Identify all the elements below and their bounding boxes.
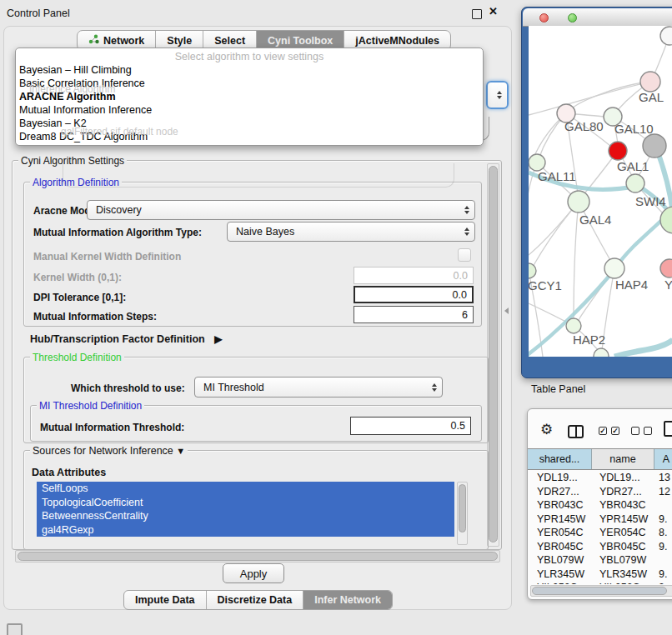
- column-header-name[interactable]: name: [592, 449, 654, 469]
- deselect-all-icon[interactable]: [644, 427, 652, 435]
- node-label: HAP4: [615, 278, 648, 292]
- node-hap2[interactable]: [566, 318, 581, 333]
- table-row[interactable]: YBR043CYBR043C: [528, 498, 672, 512]
- table-row[interactable]: YER054CYER054C8.: [528, 526, 672, 540]
- node-label: HAP2: [573, 332, 605, 347]
- deselect-all-icon[interactable]: [631, 427, 639, 435]
- settings-gear-icon[interactable]: ⚙: [540, 421, 553, 438]
- table-row[interactable]: YLR345WYLR345W9.: [528, 568, 672, 582]
- node-label: Y: [664, 278, 672, 292]
- algorithm-option[interactable]: Mutual Information Inference: [19, 104, 152, 116]
- table-panel-title: Table Panel: [531, 383, 585, 395]
- dpi-tolerance-input[interactable]: 0.0: [354, 286, 474, 303]
- column-header-shared-name[interactable]: shared...: [528, 449, 592, 469]
- manual-kernel-width-label: Manual Kernel Width Definition: [33, 251, 181, 262]
- table-row[interactable]: YDR27...YDR27...12: [528, 485, 672, 499]
- node[interactable]: [660, 27, 672, 45]
- kernel-width-input[interactable]: 0.0: [354, 267, 474, 284]
- mi-algorithm-type-combo[interactable]: Naive Bayes: [227, 222, 475, 242]
- algorithm-option[interactable]: Bayesian – Hill Climbing: [19, 64, 132, 76]
- mi-threshold-label: Mutual Information Threshold:: [40, 422, 184, 433]
- aracne-mode-combo[interactable]: Discovery: [87, 200, 475, 220]
- node-gray[interactable]: [643, 134, 666, 158]
- close-traffic-light-icon[interactable]: [539, 13, 549, 22]
- network-graph: GAL GAL80 GAL10 GAL1 GAL11 SWI4 GAL4 GCY…: [529, 26, 672, 357]
- zoom-traffic-light-icon[interactable]: [568, 13, 577, 22]
- table-panel-window: ⚙ ✓ ✓ shared... name A YDL19...YDL19...1…: [527, 408, 672, 600]
- attribute-list-item[interactable]: gal4RGexp: [37, 523, 454, 538]
- column-header-partial[interactable]: A: [654, 449, 672, 469]
- table-hscrollbar-thumb[interactable]: [532, 587, 667, 595]
- node-label: GAL: [639, 90, 664, 104]
- mi-steps-input[interactable]: 6: [354, 306, 474, 323]
- attribute-list-scrollbar[interactable]: [457, 482, 468, 545]
- network-window-titlebar[interactable]: [523, 8, 672, 27]
- apply-button[interactable]: Apply: [223, 563, 284, 583]
- combo-stepper-icon: [464, 228, 469, 236]
- table-row[interactable]: YBR045CYBR045C9.: [528, 540, 672, 554]
- minimize-traffic-light-icon[interactable]: [554, 13, 563, 22]
- application-window: Control Panel ✕ Network Style Select Cyn…: [0, 0, 672, 635]
- table-hscrollbar[interactable]: [530, 585, 672, 597]
- tab-discretize-data[interactable]: Discretize Data: [207, 591, 304, 609]
- table-body: YDL19...YDL19...13 YDR27...YDR27...12 YB…: [528, 470, 672, 584]
- dpi-tolerance-label: DPI Tolerance [0,1]:: [33, 292, 126, 303]
- node-label: GAL4: [579, 212, 611, 227]
- node-bottom[interactable]: [594, 348, 609, 357]
- attribute-list-item[interactable]: TopologicalCoefficient: [37, 496, 454, 510]
- attribute-list-scrollbar-thumb[interactable]: [459, 484, 466, 532]
- float-panel-icon[interactable]: [472, 9, 482, 19]
- mi-threshold-input[interactable]: 0.5: [350, 417, 471, 435]
- node-gal4[interactable]: [568, 191, 589, 212]
- network-canvas[interactable]: GAL GAL80 GAL10 GAL1 GAL11 SWI4 GAL4 GCY…: [529, 26, 672, 357]
- tab-impute-data[interactable]: Impute Data: [124, 591, 207, 609]
- hub-definition-expander[interactable]: Hub/Transcription Factor Definition ▶: [30, 333, 222, 345]
- ghost-network-combo-label: galFiltered.sif default node: [61, 126, 178, 138]
- settings-hscrollbar-thumb[interactable]: [18, 552, 498, 561]
- data-attributes-label: Data Attributes: [32, 467, 106, 478]
- kernel-width-label: Kernel Width (0,1):: [33, 272, 122, 283]
- panel-splitter-arrow[interactable]: [504, 308, 509, 314]
- control-panel-title: Control Panel: [7, 8, 70, 19]
- tab-network-label: Network: [103, 35, 144, 47]
- node-label: GCY1: [529, 278, 562, 292]
- settings-hscrollbar[interactable]: [15, 550, 500, 562]
- which-threshold-label: Which threshold to use:: [71, 382, 185, 394]
- node-gal1-selected[interactable]: [609, 142, 627, 160]
- table-row[interactable]: YPR145WYPR145W9.: [528, 512, 672, 527]
- node-label: GAL1: [617, 159, 649, 173]
- node-hap4[interactable]: [604, 258, 624, 278]
- node-gal[interactable]: [640, 72, 660, 92]
- settings-scrollbar-thumb[interactable]: [489, 166, 498, 542]
- table-row[interactable]: YDL19...YDL19...13: [528, 471, 672, 485]
- node-swi4[interactable]: [626, 174, 644, 192]
- node-label: GAL11: [538, 169, 576, 183]
- threshold-definition-title: Threshold Definition: [30, 352, 124, 363]
- network-tab-icon: [88, 34, 99, 47]
- select-all-icon[interactable]: ✓: [599, 427, 607, 435]
- close-panel-icon[interactable]: ✕: [489, 5, 498, 18]
- algorithm-select-popup: Inference Algorithm galFiltered.sif defa…: [15, 48, 484, 146]
- table-row[interactable]: YBL079WYBL079W: [528, 553, 672, 568]
- attribute-list-item[interactable]: SelfLoops: [37, 482, 454, 496]
- manual-kernel-width-checkbox[interactable]: [458, 248, 471, 262]
- ghost-combo-outline: [63, 163, 454, 188]
- combo-stepper-icon: [432, 383, 437, 392]
- node-label: GAL10: [614, 122, 654, 136]
- minimized-panel-icon[interactable]: [7, 623, 23, 635]
- table-row[interactable]: YIL052CYIL052C9.: [528, 581, 672, 584]
- attribute-list-item[interactable]: BetweennessCentrality: [37, 509, 454, 523]
- select-all-icon[interactable]: ✓: [611, 427, 619, 435]
- tab-infer-network[interactable]: Infer Network: [303, 591, 392, 609]
- node-large-green[interactable]: [660, 207, 672, 233]
- node-gcy1[interactable]: [529, 263, 536, 278]
- node-gal11[interactable]: [529, 154, 545, 171]
- algorithm-combo-stepper-focused[interactable]: [486, 81, 509, 109]
- sources-group-title[interactable]: Sources for Network Inference ▼: [30, 445, 188, 457]
- node-salmon[interactable]: [660, 259, 672, 278]
- column-layout-icon[interactable]: [568, 425, 584, 438]
- network-node-labels: GAL GAL80 GAL10 GAL1 GAL11 SWI4 GAL4 GCY…: [529, 90, 672, 347]
- settings-scrollbar[interactable]: [487, 163, 499, 547]
- document-icon[interactable]: [664, 421, 672, 437]
- which-threshold-combo[interactable]: MI Threshold: [194, 377, 443, 398]
